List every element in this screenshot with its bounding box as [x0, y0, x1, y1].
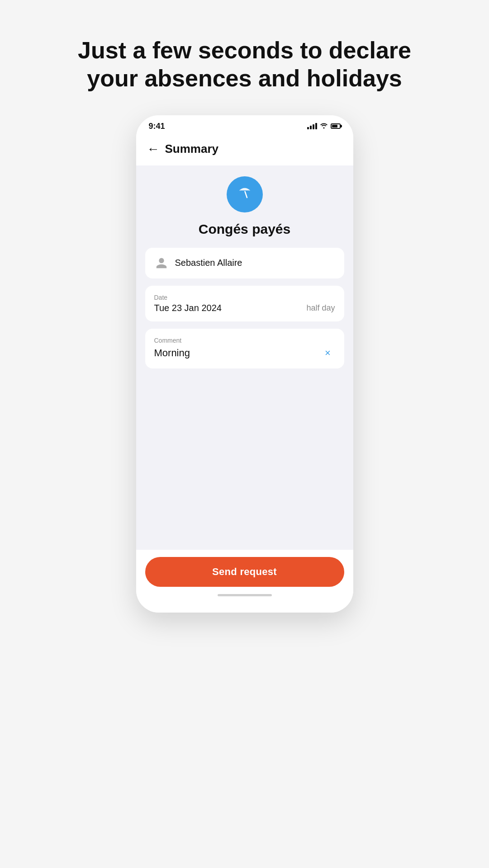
comment-card: Comment Morning ×	[145, 329, 344, 368]
clear-icon: ×	[325, 347, 331, 359]
clear-button[interactable]: ×	[321, 346, 335, 360]
page-title: Summary	[165, 142, 219, 156]
status-bar: 9:41	[136, 115, 353, 135]
app-content: Congés payés Sebastien Allaire Date Tue …	[136, 165, 353, 550]
phone-frame: 9:41 ← Summary	[136, 115, 353, 613]
wifi-icon	[320, 123, 328, 130]
bottom-section: Send request	[136, 550, 353, 613]
date-label: Date	[154, 294, 335, 301]
employee-name: Sebastien Allaire	[175, 258, 242, 268]
comment-label: Comment	[154, 337, 335, 344]
headline-line2: your absences and holidays	[87, 65, 402, 91]
leave-type-title: Congés payés	[199, 222, 290, 237]
comment-row: Morning ×	[154, 346, 335, 360]
person-icon	[154, 256, 169, 270]
send-request-button[interactable]: Send request	[145, 557, 344, 587]
leave-type-icon-container	[227, 176, 263, 212]
date-row: Tue 23 Jan 2024 half day	[154, 303, 335, 313]
status-icons	[307, 123, 341, 130]
headline-line1: Just a few seconds to declare	[78, 37, 411, 63]
beach-umbrella-icon	[235, 183, 254, 206]
date-value: Tue 23 Jan 2024	[154, 303, 222, 313]
app-header: ← Summary	[136, 135, 353, 165]
date-card: Date Tue 23 Jan 2024 half day	[145, 286, 344, 321]
signal-icon	[307, 123, 317, 129]
half-day-badge: half day	[306, 303, 335, 313]
status-time: 9:41	[149, 122, 165, 131]
battery-icon	[331, 123, 341, 129]
employee-card: Sebastien Allaire	[145, 248, 344, 278]
home-indicator	[218, 594, 272, 596]
back-button[interactable]: ←	[147, 142, 160, 156]
page-headline: Just a few seconds to declare your absen…	[42, 36, 447, 93]
comment-value: Morning	[154, 347, 190, 359]
